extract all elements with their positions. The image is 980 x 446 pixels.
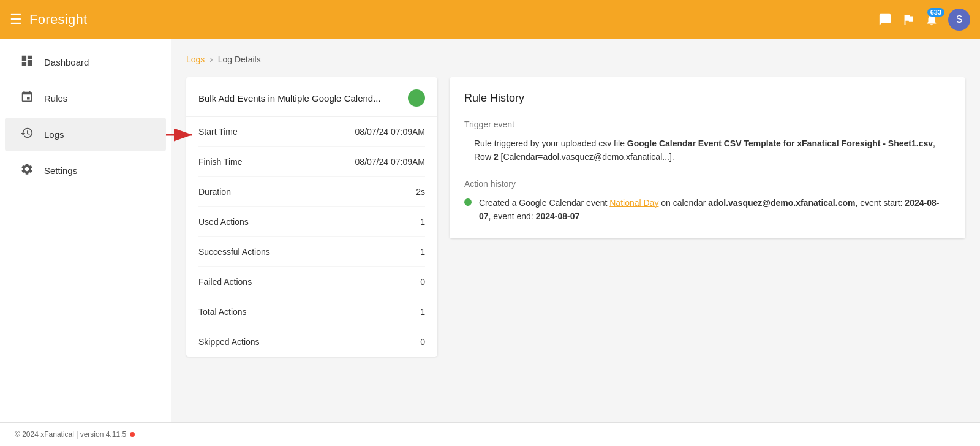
app-header: ☰ Foresight 633 S (0, 0, 980, 39)
trigger-text-plain: Rule triggered by your uploaded csv file (474, 138, 627, 148)
rule-history-title: Rule History (464, 92, 951, 105)
sidebar-item-rules[interactable]: Rules (5, 81, 166, 115)
trigger-event-text: Rule triggered by your uploaded csv file… (464, 137, 951, 164)
action-history-section: Action history Created a Google Calendar… (464, 179, 951, 224)
action-text-prefix: Created a Google Calendar event (479, 198, 609, 208)
log-row-total-actions: Total Actions 1 (198, 297, 425, 327)
breadcrumb-separator: › (209, 54, 213, 65)
header-left: ☰ Foresight (10, 12, 87, 28)
log-row-start-time-label: Start Time (198, 127, 238, 137)
trigger-row-number: 2 (494, 152, 499, 162)
chat-button[interactable] (878, 13, 892, 26)
action-text-suffix: , event start: (855, 198, 905, 208)
log-row-finish-time: Finish Time 08/07/24 07:09AM (198, 147, 425, 177)
log-row-used-actions: Used Actions 1 (198, 207, 425, 237)
log-row-successful-actions-value: 1 (420, 247, 425, 257)
dashboard-icon (20, 54, 34, 70)
log-row-duration-label: Duration (198, 187, 231, 197)
log-row-duration-value: 2s (416, 187, 425, 197)
log-card-rows: Start Time 08/07/24 07:09AM Finish Time … (186, 117, 437, 357)
logs-arrow-indicator (163, 125, 200, 145)
notification-badge: 633 (927, 8, 944, 17)
log-row-start-time: Start Time 08/07/24 07:09AM (198, 117, 425, 147)
trigger-section-label: Trigger event (464, 119, 951, 129)
log-row-successful-actions-label: Successful Actions (198, 247, 270, 257)
action-success-dot (464, 198, 472, 206)
log-card-header: Bulk Add Events in Multiple Google Calen… (186, 77, 437, 117)
trigger-calendar-info: [Calendar=adol.vasquez@demo.xfanatical..… (499, 152, 674, 162)
log-row-start-time-value: 08/07/24 07:09AM (355, 127, 425, 137)
log-row-duration: Duration 2s (198, 177, 425, 207)
action-event-end-label: , event end: (489, 211, 536, 221)
hamburger-menu-icon[interactable]: ☰ (10, 12, 22, 28)
action-item: Created a Google Calendar event National… (464, 196, 951, 224)
sidebar-item-dashboard[interactable]: Dashboard (5, 45, 166, 79)
action-section-label: Action history (464, 179, 951, 189)
footer-status-dot (130, 432, 135, 437)
rule-history-card: Rule History Trigger event Rule triggere… (450, 77, 965, 238)
log-row-skipped-actions-label: Skipped Actions (198, 337, 260, 347)
log-row-used-actions-value: 1 (420, 217, 425, 227)
sidebar: Dashboard Rules Logs (0, 39, 172, 422)
breadcrumb-current: Log Details (218, 55, 261, 64)
status-success-indicator (408, 89, 425, 107)
log-row-failed-actions-label: Failed Actions (198, 277, 252, 287)
log-row-failed-actions-value: 0 (420, 277, 425, 287)
main-layout: Dashboard Rules Logs (0, 39, 980, 422)
log-row-failed-actions: Failed Actions 0 (198, 267, 425, 297)
settings-icon (20, 162, 34, 179)
sidebar-item-logs-label: Logs (44, 129, 64, 140)
sidebar-item-settings-label: Settings (44, 165, 77, 176)
log-row-finish-time-label: Finish Time (198, 157, 243, 167)
log-row-used-actions-label: Used Actions (198, 217, 249, 227)
action-event-link[interactable]: National Day (609, 198, 658, 208)
user-avatar[interactable]: S (948, 9, 970, 31)
flag-button[interactable] (902, 13, 915, 26)
log-card-title: Bulk Add Events in Multiple Google Calen… (198, 93, 408, 104)
log-row-total-actions-label: Total Actions (198, 307, 247, 317)
sidebar-item-settings[interactable]: Settings (5, 154, 166, 187)
log-row-successful-actions: Successful Actions 1 (198, 237, 425, 267)
log-detail-card: Bulk Add Events in Multiple Google Calen… (186, 77, 437, 357)
sidebar-item-rules-label: Rules (44, 93, 67, 104)
breadcrumb-logs-link[interactable]: Logs (186, 55, 205, 64)
logs-icon (20, 126, 34, 143)
cards-row: Bulk Add Events in Multiple Google Calen… (186, 77, 965, 357)
action-end-date: 2024-08-07 (536, 211, 580, 221)
sidebar-item-dashboard-label: Dashboard (44, 57, 89, 67)
app-title: Foresight (29, 12, 87, 28)
action-calendar: adol.vasquez@demo.xfanatical.com (708, 198, 855, 208)
sidebar-item-logs[interactable]: Logs (5, 118, 166, 151)
notification-button[interactable]: 633 (925, 13, 938, 26)
main-content: Logs › Log Details Bulk Add Events in Mu… (172, 39, 980, 422)
action-item-text: Created a Google Calendar event National… (479, 196, 951, 224)
log-row-skipped-actions: Skipped Actions 0 (198, 327, 425, 357)
action-text-middle: on calendar (658, 198, 708, 208)
log-row-finish-time-value: 08/07/24 07:09AM (355, 157, 425, 167)
log-row-total-actions-value: 1 (420, 307, 425, 317)
footer-text: © 2024 xFanatical | version 4.11.5 (15, 430, 126, 439)
log-row-skipped-actions-value: 0 (420, 337, 425, 347)
trigger-filename: Google Calendar Event CSV Template for x… (627, 138, 933, 148)
header-right: 633 S (878, 9, 970, 31)
breadcrumb: Logs › Log Details (186, 54, 965, 65)
footer: © 2024 xFanatical | version 4.11.5 (0, 422, 980, 446)
rules-icon (20, 90, 34, 107)
